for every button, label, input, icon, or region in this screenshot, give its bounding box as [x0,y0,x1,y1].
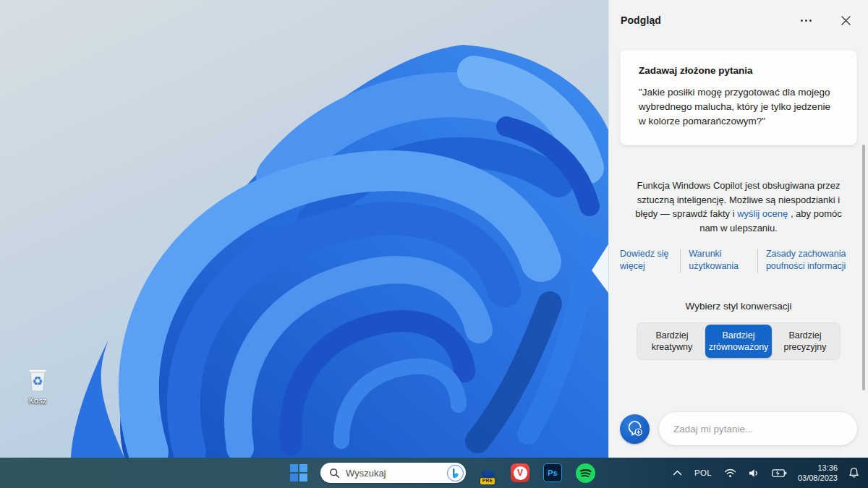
start-button[interactable] [288,462,310,484]
svg-text:♻: ♻ [32,374,43,388]
conversation-style-control: Bardziej kreatywny Bardziej zrównoważony… [637,322,841,361]
bell-icon [848,467,859,479]
search-placeholder-text: Wyszukaj [346,468,447,479]
chat-bubble-plus-icon [626,420,644,437]
notifications-button[interactable] [847,466,861,480]
terms-of-use-link[interactable]: Warunki użytkowania [689,248,749,273]
language-indicator[interactable]: POL [693,467,713,479]
tray-overflow-chevron[interactable] [671,468,684,477]
taskbar-spotify-button[interactable] [574,462,596,484]
close-icon [841,15,851,26]
divider [680,249,681,273]
ai-disclaimer-text: Funkcja Windows Copilot jest obsługiwana… [628,179,849,236]
copilot-panel-header: Podgląd [609,0,868,37]
close-button[interactable] [836,11,855,30]
suggestion-card-title: Zadawaj złożone pytania [639,65,838,76]
battery-charging-icon [772,469,787,477]
speaker-icon [749,468,760,478]
panel-scrollbar[interactable] [862,145,865,390]
clock-date[interactable]: 13:36 03/08/2023 [798,463,838,484]
taskbar-photoshop-button[interactable]: Ps [542,462,563,484]
battery-button[interactable] [770,468,788,479]
privacy-statement-link[interactable]: Zasady zachowania poufności informacji [766,248,864,273]
more-options-button[interactable] [795,15,817,26]
recycle-bin-icon: ♻ [17,366,58,395]
edge-preview-icon: PRE [478,463,498,483]
send-feedback-link[interactable]: wyślij ocenę [737,208,788,219]
conversation-style-title: Wybierz styl konwersacji [609,301,868,312]
vivaldi-icon: V [511,463,529,482]
ellipsis-icon [801,20,803,22]
taskbar-vivaldi-button[interactable]: V [509,462,531,484]
windows-bloom-wallpaper [0,0,608,458]
tray-time: 13:36 [798,463,838,473]
style-option-precise[interactable]: Bardziej precyzyjny [772,325,838,359]
windows-desktop-screen: ♻ Kosz Podgląd Zadawaj złożone pytania "… [0,0,868,488]
panel-title: Podgląd [621,14,661,26]
learn-more-link[interactable]: Dowiedz się więcej [620,248,672,273]
legal-links-row: Dowiedz się więcej Warunki użytkowania Z… [620,248,864,273]
style-option-balanced[interactable]: Bardziej zrównoważony [705,325,772,359]
copilot-panel: Podgląd Zadawaj złożone pytania "Jakie p… [608,0,868,458]
desktop-wallpaper: ♻ Kosz [0,0,608,458]
network-wifi-button[interactable] [723,467,738,479]
search-icon [329,468,340,479]
bing-icon [447,465,464,481]
divider [757,249,758,273]
windows-start-icon [290,464,307,481]
spotify-icon [576,463,595,483]
suggestion-card-quote: "Jakie posiłki mogę przygotować dla moje… [639,85,838,129]
taskbar-edge-preview-button[interactable]: PRE [477,462,498,484]
suggestion-card[interactable]: Zadawaj złożone pytania "Jakie posiłki m… [620,50,857,145]
new-chat-button[interactable] [620,414,650,444]
system-tray: POL [671,458,861,488]
chevron-up-icon [673,470,682,476]
recycle-bin-label: Kosz [17,396,58,405]
compose-row [620,412,857,445]
recycle-bin-shortcut[interactable]: ♻ Kosz [17,366,58,405]
tray-date: 03/08/2023 [798,473,838,483]
taskbar: Wyszukaj PRE [0,458,868,488]
ask-question-input[interactable] [659,412,857,445]
wifi-icon [724,468,736,478]
taskbar-center-apps: Wyszukaj PRE [288,458,596,488]
photoshop-icon: Ps [543,463,562,482]
edge-pre-badge: PRE [480,478,495,484]
style-option-creative[interactable]: Bardziej kreatywny [639,325,705,359]
conversation-style-section: Wybierz styl konwersacji Bardziej kreaty… [609,301,868,361]
taskbar-search-box[interactable]: Wyszukaj [320,463,466,483]
volume-button[interactable] [747,467,761,479]
